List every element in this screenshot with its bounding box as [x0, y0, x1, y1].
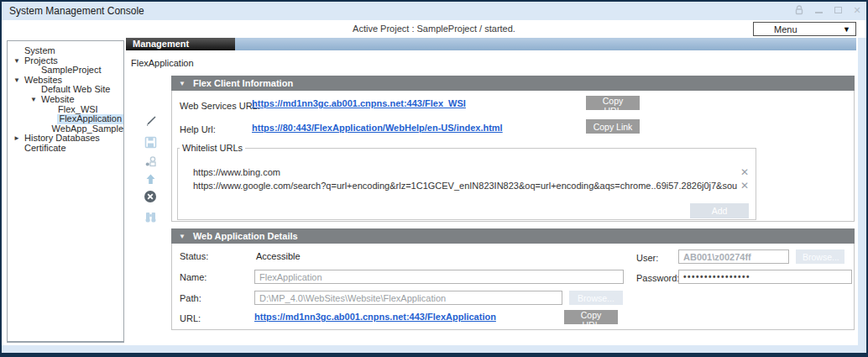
- path-field[interactable]: [254, 291, 562, 305]
- copy-link-button[interactable]: Copy Link: [586, 119, 640, 134]
- expand-arrow-icon[interactable]: [8, 56, 24, 66]
- dropdown-arrow-icon: ▼: [843, 25, 855, 34]
- whitelist-urls-group: Whitelist URLs https://www.bing.com ✕ ht…: [177, 143, 756, 220]
- application-url-link[interactable]: https://md1nn3gc.ab001.cnpns.net:443/Fle…: [254, 312, 496, 322]
- whitelist-row: https://www.bing.com ✕: [193, 166, 749, 178]
- main-area: System Projects SampleProject Websites D…: [2, 38, 858, 345]
- user-label: User:: [636, 253, 658, 263]
- name-field[interactable]: [254, 270, 624, 284]
- status-value: Accessible: [256, 251, 301, 261]
- save-icon[interactable]: [143, 134, 158, 150]
- web-application-details-header[interactable]: ▼ Web Application Details: [171, 228, 855, 244]
- window-controls: ✕: [793, 4, 863, 16]
- tree-item-flexapplication[interactable]: FlexApplication: [8, 114, 123, 124]
- password-label: Password:: [636, 273, 679, 283]
- section-title: Web Application Details: [193, 231, 298, 241]
- path-label: Path:: [180, 293, 201, 303]
- help-url-link[interactable]: https://80:443/FlexApplication/WebHelp/e…: [252, 123, 503, 133]
- edit-properties-icon[interactable]: [143, 154, 158, 169]
- active-project-label: Active Project : SampleProject / started…: [2, 24, 866, 34]
- section-title: Flex Client Information: [193, 78, 293, 88]
- remove-url-icon[interactable]: ✕: [737, 166, 749, 178]
- status-label: Status:: [180, 251, 208, 261]
- maximize-button[interactable]: [832, 4, 844, 16]
- password-field[interactable]: [678, 270, 852, 284]
- expand-arrow-icon[interactable]: [24, 95, 41, 105]
- web-application-details-section: ▼ Web Application Details Status: Access…: [171, 228, 855, 330]
- whitelist-row: https://www.google.com/search?q=url+enco…: [193, 180, 749, 192]
- tree-item-system[interactable]: System: [8, 46, 123, 56]
- copy-url-button-details[interactable]: Copy URL: [564, 310, 618, 324]
- name-label: Name:: [180, 272, 207, 282]
- upload-arrow-icon[interactable]: [143, 171, 158, 186]
- status-bar: Active Project : SampleProject / started…: [2, 20, 866, 38]
- browse-user-button[interactable]: Browse...: [796, 249, 844, 264]
- expand-arrow-icon[interactable]: [8, 76, 24, 86]
- tab-management[interactable]: Management: [126, 38, 235, 50]
- tab-strip: Management: [126, 38, 856, 50]
- flex-client-information-body: Web Services URL: https://md1nn3gc.ab001…: [171, 91, 855, 222]
- collapse-triangle-icon: ▼: [179, 80, 186, 87]
- window-title: System Management Console: [9, 5, 144, 17]
- collapse-arrow-icon[interactable]: [8, 134, 24, 144]
- web-services-url-link[interactable]: https://md1nn3gc.ab001.cnpns.net:443/Fle…: [252, 98, 466, 108]
- cancel-icon[interactable]: [143, 189, 158, 204]
- search-binoculars-icon[interactable]: [143, 209, 158, 224]
- url-label: URL:: [180, 313, 201, 323]
- user-field[interactable]: [678, 249, 789, 264]
- lock-icon: [793, 4, 805, 16]
- whitelist-url: https://www.google.com/search?q=url+enco…: [193, 181, 737, 191]
- whitelist-url: https://www.bing.com: [193, 167, 737, 177]
- menu-dropdown[interactable]: Menu ▼: [753, 22, 856, 36]
- tab-strip-fill: [235, 38, 856, 50]
- navigation-tree: System Projects SampleProject Websites D…: [7, 40, 124, 343]
- flex-client-information-header[interactable]: ▼ Flex Client Information: [171, 76, 855, 91]
- copy-url-button[interactable]: Copy URL: [586, 96, 640, 110]
- menu-dropdown-label: Menu: [754, 24, 843, 34]
- web-application-details-body: Status: Accessible Name: Path: Browse...…: [171, 244, 855, 330]
- title-bar: System Management Console ✕: [2, 2, 866, 20]
- close-button[interactable]: ✕: [851, 4, 863, 16]
- tree-item-website[interactable]: Website: [8, 95, 123, 105]
- browse-path-button[interactable]: Browse...: [569, 291, 623, 305]
- add-url-button[interactable]: Add: [690, 203, 749, 218]
- collapse-triangle-icon: ▼: [179, 233, 186, 240]
- remove-url-icon[interactable]: ✕: [737, 180, 749, 192]
- tree-item-certificate[interactable]: Certificate: [8, 144, 123, 154]
- flex-client-information-section: ▼ Flex Client Information Web Services U…: [171, 76, 855, 222]
- page-title: FlexApplication: [131, 58, 194, 68]
- whitelist-urls-legend: Whitelist URLs: [180, 143, 245, 153]
- edit-icon[interactable]: [143, 113, 158, 129]
- help-url-label: Help Url:: [180, 124, 216, 134]
- app-window: System Management Console ✕ Active Proje…: [0, 0, 868, 357]
- web-services-url-label: Web Services URL:: [180, 101, 260, 111]
- minimize-button[interactable]: [813, 4, 824, 16]
